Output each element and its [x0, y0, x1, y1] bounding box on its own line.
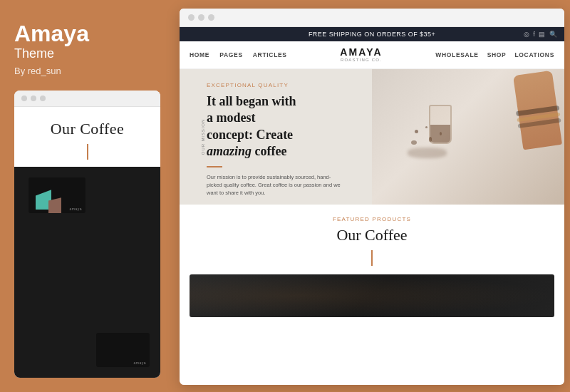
hero-heading-line3: concept: Create [207, 128, 293, 142]
box-label-2: amaya [133, 361, 146, 365]
theme-author: By red_sun [14, 66, 160, 76]
drop-1 [415, 130, 418, 133]
splash-area [408, 126, 450, 162]
hero-description: Our mission is to provide sustainably so… [207, 173, 342, 197]
mini-dot-1 [21, 96, 27, 101]
announcement-bar: FREE SHIPPING ON ORDERS OF $35+ ◎ f ▤ 🔍 [180, 27, 564, 41]
mini-white-section: Our Coffee [14, 107, 160, 167]
hero-heading: It all began with a modest concept: Crea… [207, 93, 359, 160]
drop-3 [411, 140, 417, 145]
nav-left: HOME PAGES ARTICLES [190, 51, 287, 58]
hero-tagline: EXCEPTIONAL QUALITY [207, 82, 359, 88]
products-section: FEATURED PRODUCTS Our Coffee [180, 205, 564, 317]
nav-right: WHOLESALE SHOP LOCATIONS [435, 51, 554, 58]
search-icon[interactable]: 🔍 [549, 31, 557, 38]
our-mission-label: OUR MISSION [201, 119, 205, 155]
left-panel: Amaya Theme By red_sun Our Coffee amaya … [0, 0, 175, 392]
mini-dot-3 [40, 96, 46, 101]
nav-logo: AMAYA ROASTING CO. [340, 47, 382, 63]
instagram-icon: ◎ [524, 31, 529, 38]
nav-logo-sub: ROASTING CO. [340, 58, 382, 63]
nav-logo-main: AMAYA [340, 47, 382, 58]
mini-product-box-1: amaya [28, 177, 86, 213]
mini-browser-bar [14, 91, 160, 107]
hero-heading-line2: a modest [207, 110, 256, 125]
browser-chrome [180, 9, 564, 27]
products-tagline: FEATURED PRODUCTS [190, 216, 554, 222]
drop-2 [425, 126, 428, 128]
box-label-1: amaya [69, 207, 82, 211]
announcement-icons: ◎ f ▤ 🔍 [524, 31, 557, 38]
mini-preview-card: Our Coffee amaya amaya [14, 91, 160, 378]
mini-coffee-heading: Our Coffee [26, 120, 149, 138]
product-strip [190, 274, 554, 317]
hero-heading-line1: It all began with [207, 94, 296, 108]
right-browser-panel: FREE SHIPPING ON ORDERS OF $35+ ◎ f ▤ 🔍 … [180, 9, 564, 385]
hero-image [372, 69, 564, 205]
browser-dot-3 [208, 14, 214, 21]
mini-dot-2 [31, 96, 36, 101]
camera-icon: ▤ [539, 31, 545, 38]
nav-home[interactable]: HOME [190, 51, 209, 58]
products-divider [371, 250, 373, 266]
nav-articles[interactable]: ARTICLES [253, 51, 287, 58]
hero-section: OUR MISSION EXCEPTIONAL QUALITY It all b… [180, 69, 564, 205]
mini-product-box-2: amaya [96, 333, 150, 367]
nav-wholesale[interactable]: WHOLESALE [435, 51, 478, 58]
coffee-spread [408, 148, 447, 158]
theme-title: Amaya [14, 21, 160, 46]
announcement-text: FREE SHIPPING ON ORDERS OF $35+ [309, 31, 435, 38]
mini-content: Our Coffee amaya amaya [14, 107, 160, 378]
hero-heading-italic: amazing [207, 144, 252, 158]
products-heading: Our Coffee [190, 226, 554, 244]
nav-pages[interactable]: PAGES [219, 51, 243, 58]
nav-bar: HOME PAGES ARTICLES AMAYA ROASTING CO. W… [180, 41, 564, 69]
browser-dot-1 [188, 14, 195, 21]
browser-dot-2 [198, 14, 204, 21]
product-strip-glow [190, 274, 554, 317]
drop-5 [440, 132, 442, 135]
nav-shop[interactable]: SHOP [487, 51, 507, 58]
facebook-icon: f [533, 31, 535, 38]
theme-subtitle: Theme [14, 46, 160, 61]
mini-divider [87, 144, 88, 160]
hero-left: OUR MISSION EXCEPTIONAL QUALITY It all b… [180, 69, 372, 205]
hero-underline [207, 166, 222, 167]
drop-4 [429, 137, 432, 142]
mini-dark-section: amaya amaya [14, 167, 160, 378]
nav-locations[interactable]: LOCATIONS [514, 51, 554, 58]
